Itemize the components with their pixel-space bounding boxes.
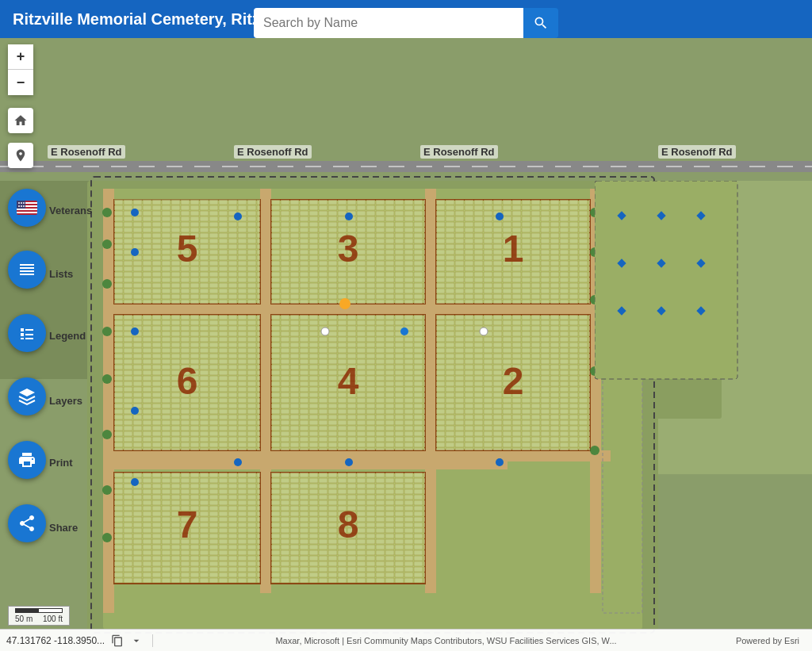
print-icon: [17, 450, 36, 469]
svg-point-64: [102, 208, 112, 217]
coordinates-bar: 47.131762 -118.3950... Maxar, Microsoft …: [0, 629, 812, 651]
svg-rect-14: [260, 189, 271, 593]
svg-rect-108: [21, 328, 24, 331]
svg-rect-111: [25, 334, 33, 335]
svg-rect-81: [595, 181, 737, 379]
svg-point-70: [102, 485, 112, 495]
svg-point-68: [102, 374, 112, 384]
road-label-3: E Rosenoff Rd: [420, 145, 498, 159]
svg-rect-12: [103, 450, 611, 461]
svg-text:1: 1: [503, 228, 524, 270]
svg-point-100: [18, 205, 20, 207]
svg-point-101: [21, 205, 22, 207]
layers-button[interactable]: [8, 377, 46, 415]
home-icon: [13, 113, 28, 128]
zoom-controls: + −: [8, 44, 33, 95]
svg-point-69: [102, 430, 112, 439]
svg-text:7: 7: [177, 504, 198, 546]
map-container[interactable]: E Rosenoff Rd E Rosenoff Rd E Rosenoff R…: [0, 38, 812, 651]
svg-point-57: [131, 478, 139, 486]
svg-rect-43: [103, 461, 508, 469]
svg-point-61: [234, 458, 242, 466]
svg-point-80: [400, 327, 408, 335]
zoom-out-button[interactable]: −: [8, 70, 33, 95]
svg-point-65: [102, 239, 112, 249]
svg-rect-15: [425, 189, 436, 593]
coordinates-text: 47.131762 -118.3950...: [6, 635, 105, 646]
svg-point-62: [345, 458, 353, 466]
svg-point-79: [480, 327, 488, 335]
svg-point-66: [102, 279, 112, 289]
svg-point-54: [131, 248, 139, 256]
cemetery-extension: [595, 181, 753, 403]
veterans-button[interactable]: [8, 189, 46, 227]
svg-point-98: [21, 202, 22, 204]
share-button[interactable]: [8, 504, 46, 542]
svg-point-58: [234, 213, 242, 220]
svg-point-53: [131, 209, 139, 216]
scale-value-1: 50 m: [15, 615, 33, 623]
svg-rect-104: [20, 267, 34, 269]
svg-point-78: [321, 327, 329, 335]
svg-point-77: [339, 298, 350, 309]
flag-icon: [17, 201, 37, 215]
map-background: E Rosenoff Rd E Rosenoff Rd E Rosenoff R…: [0, 38, 812, 651]
svg-point-56: [131, 407, 139, 415]
svg-point-59: [345, 213, 353, 220]
search-icon: [533, 15, 549, 31]
svg-rect-94: [17, 209, 37, 210]
svg-rect-107: [20, 264, 21, 266]
svg-point-102: [23, 205, 25, 207]
scale-bar: 50 m 100 ft: [8, 606, 70, 626]
zoom-in-button[interactable]: +: [8, 44, 33, 70]
lists-button[interactable]: [8, 251, 46, 289]
cemetery-blocks: 5 3 1 6: [87, 173, 658, 641]
svg-point-60: [496, 213, 504, 220]
svg-point-67: [102, 327, 112, 336]
road-label-1: E Rosenoff Rd: [48, 145, 125, 159]
powered-by-text: Powered by Esri: [736, 636, 806, 645]
lists-label: Lists: [49, 268, 73, 280]
svg-rect-105: [20, 270, 34, 272]
layers-icon: [17, 387, 36, 406]
svg-rect-96: [17, 201, 25, 209]
svg-text:8: 8: [338, 504, 359, 546]
svg-text:6: 6: [177, 360, 198, 402]
svg-point-71: [102, 533, 112, 542]
list-icon: [17, 260, 36, 279]
layers-label: Layers: [49, 395, 82, 407]
legend-icon: [17, 324, 36, 343]
svg-text:4: 4: [338, 360, 359, 402]
compass-button[interactable]: [8, 143, 33, 168]
svg-point-55: [131, 327, 139, 335]
search-button[interactable]: [523, 8, 558, 38]
svg-point-99: [23, 202, 25, 204]
home-button[interactable]: [8, 108, 33, 133]
scale-value-2: 100 ft: [43, 615, 63, 623]
svg-rect-11: [103, 304, 611, 315]
share-label: Share: [49, 522, 78, 534]
road-label-4: E Rosenoff Rd: [658, 145, 736, 159]
print-label: Print: [49, 457, 73, 469]
svg-rect-113: [25, 338, 33, 339]
svg-rect-109: [25, 329, 33, 331]
svg-text:2: 2: [503, 360, 524, 402]
search-input[interactable]: [254, 8, 523, 38]
divider: [152, 634, 153, 647]
svg-point-97: [18, 202, 20, 204]
legend-button[interactable]: [8, 314, 46, 352]
svg-text:3: 3: [338, 228, 359, 270]
search-container: [254, 8, 558, 38]
svg-rect-103: [20, 264, 34, 266]
copy-icon[interactable]: [111, 634, 124, 647]
print-button[interactable]: [8, 441, 46, 479]
svg-rect-106: [20, 274, 34, 275]
svg-rect-112: [21, 338, 24, 339]
svg-rect-110: [21, 333, 24, 336]
svg-rect-1: [0, 38, 812, 181]
svg-rect-13: [103, 189, 114, 613]
veterans-label: Veterans: [49, 205, 92, 216]
svg-text:5: 5: [177, 228, 198, 270]
attribution-text: Maxar, Microsoft | Esri Community Maps C…: [163, 636, 730, 645]
chevron-down-icon[interactable]: [130, 634, 143, 647]
